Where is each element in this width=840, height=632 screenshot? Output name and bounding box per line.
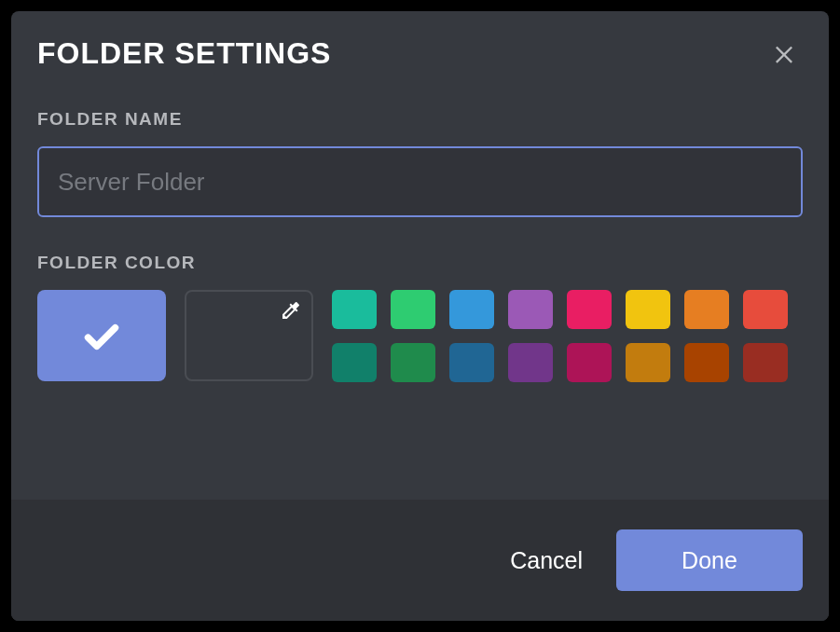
folder-color-section: FOLDER COLOR (37, 253, 803, 382)
color-swatch[interactable] (391, 343, 435, 382)
color-swatch[interactable] (626, 290, 670, 329)
folder-name-input[interactable] (37, 146, 803, 217)
color-swatch[interactable] (508, 290, 553, 329)
folder-name-label: FOLDER NAME (37, 109, 803, 130)
modal-title: FOLDER SETTINGS (37, 36, 331, 71)
color-swatch[interactable] (684, 290, 729, 329)
color-swatch[interactable] (508, 343, 553, 382)
color-swatch[interactable] (332, 290, 377, 329)
color-swatch[interactable] (391, 290, 435, 329)
color-palette (332, 290, 788, 382)
modal-footer: Cancel Done (11, 500, 829, 621)
color-swatch[interactable] (743, 290, 788, 329)
color-swatch[interactable] (626, 343, 670, 382)
color-swatch[interactable] (449, 343, 494, 382)
color-swatch[interactable] (567, 290, 612, 329)
selected-color-swatch[interactable] (37, 290, 166, 381)
done-button[interactable]: Done (616, 529, 803, 591)
color-swatch[interactable] (332, 343, 377, 382)
color-swatch[interactable] (684, 343, 729, 382)
folder-color-label: FOLDER COLOR (37, 253, 803, 273)
cancel-button[interactable]: Cancel (510, 547, 583, 574)
color-swatch[interactable] (743, 343, 788, 382)
folder-name-section: FOLDER NAME (37, 109, 803, 217)
custom-color-swatch[interactable] (185, 290, 313, 381)
close-button[interactable] (765, 34, 803, 72)
eyedropper-icon (280, 299, 302, 325)
close-icon (771, 40, 797, 66)
color-row (37, 290, 803, 382)
modal-content: FOLDER SETTINGS FOLDER NAME FOLDER COLOR (11, 11, 829, 500)
color-swatch[interactable] (449, 290, 494, 329)
color-swatch[interactable] (567, 343, 612, 382)
title-row: FOLDER SETTINGS (37, 34, 803, 72)
check-icon (78, 312, 125, 359)
folder-settings-modal: FOLDER SETTINGS FOLDER NAME FOLDER COLOR (11, 11, 829, 621)
